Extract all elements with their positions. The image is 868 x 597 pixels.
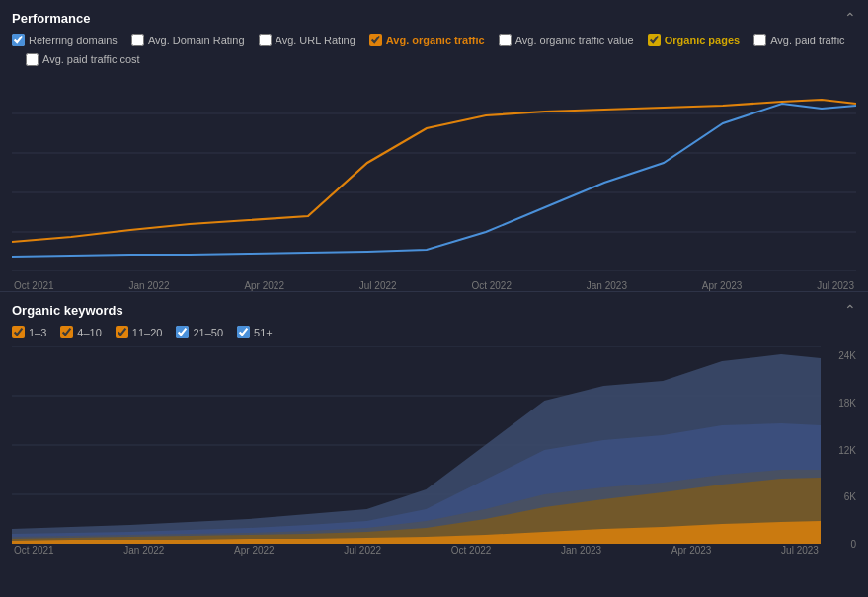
kw-51-plus-label: 51+: [254, 327, 273, 338]
performance-collapse-icon[interactable]: ⌃: [844, 10, 856, 26]
ok-x-label-oct2022: Oct 2022: [451, 545, 492, 556]
legend-kw-51-plus[interactable]: 51+: [237, 326, 273, 338]
kw-21-50-checkbox[interactable]: [176, 326, 189, 338]
referring-domains-label: Referring domains: [29, 35, 118, 46]
kw-51-plus-checkbox[interactable]: [237, 326, 250, 338]
avg-domain-rating-label: Avg. Domain Rating: [148, 35, 245, 46]
referring-domains-checkbox[interactable]: [12, 34, 25, 46]
organic-keywords-header: Organic keywords ⌃: [12, 302, 856, 318]
legend-kw-4-10[interactable]: 4–10: [60, 326, 101, 338]
avg-paid-traffic-checkbox[interactable]: [753, 34, 766, 46]
kw-4-10-checkbox[interactable]: [60, 326, 73, 338]
ok-x-label-jan2022: Jan 2022: [123, 545, 164, 556]
legend-referring-domains[interactable]: Referring domains: [12, 34, 118, 46]
legend-avg-paid-traffic-cost[interactable]: Avg. paid traffic cost: [26, 53, 140, 66]
avg-organic-traffic-value-label: Avg. organic traffic value: [515, 35, 634, 46]
ok-x-label-jul2022: Jul 2022: [344, 545, 381, 556]
y-label-18k: 18K: [821, 398, 856, 409]
avg-paid-traffic-cost-checkbox[interactable]: [26, 53, 39, 66]
legend-kw-1-3[interactable]: 1–3: [12, 326, 46, 338]
avg-paid-traffic-cost-label: Avg. paid traffic cost: [42, 53, 140, 65]
organic-keywords-chart: 24K 18K 12K 6K 0: [12, 346, 856, 554]
ok-x-label-jan2023: Jan 2023: [561, 545, 601, 556]
kw-11-20-label: 11–20: [132, 327, 163, 338]
legend-avg-organic-traffic-value[interactable]: Avg. organic traffic value: [499, 34, 634, 46]
avg-organic-traffic-value-checkbox[interactable]: [499, 34, 512, 46]
kw-21-50-label: 21–50: [193, 327, 223, 338]
performance-chart: Oct 2021 Jan 2022 Apr 2022 Jul 2022 Oct …: [12, 74, 856, 291]
avg-domain-rating-checkbox[interactable]: [131, 34, 144, 46]
legend-avg-organic-traffic[interactable]: Avg. organic traffic: [369, 34, 485, 46]
performance-section: Performance ⌃ Referring domains Avg. Dom…: [0, 0, 868, 292]
organic-keywords-legend: 1–3 4–10 11–20 21–50 51+: [12, 326, 856, 338]
x-label-apr2023: Apr 2023: [702, 280, 743, 291]
legend-avg-url-rating[interactable]: Avg. URL Rating: [259, 34, 355, 46]
x-label-oct2021: Oct 2021: [14, 280, 54, 291]
ok-x-label-apr2022: Apr 2022: [234, 545, 275, 556]
performance-title: Performance: [12, 11, 90, 26]
kw-1-3-label: 1–3: [29, 327, 46, 338]
performance-header: Performance ⌃: [12, 10, 856, 26]
legend-organic-pages[interactable]: Organic pages: [648, 34, 740, 46]
ok-x-label-oct2021: Oct 2021: [14, 545, 54, 556]
legend-kw-21-50[interactable]: 21–50: [176, 326, 223, 338]
organic-pages-label: Organic pages: [665, 35, 740, 46]
organic-keywords-collapse-icon[interactable]: ⌃: [844, 302, 856, 318]
avg-organic-traffic-checkbox[interactable]: [369, 34, 382, 46]
avg-paid-traffic-label: Avg. paid traffic: [770, 35, 844, 46]
y-label-6k: 6K: [821, 491, 856, 502]
ok-x-label-apr2023: Apr 2023: [671, 545, 712, 556]
x-label-jul2022: Jul 2022: [359, 280, 397, 291]
ok-x-label-jul2023: Jul 2023: [781, 545, 819, 556]
organic-keywords-title: Organic keywords: [12, 303, 123, 318]
kw-4-10-label: 4–10: [77, 327, 101, 338]
avg-organic-traffic-label: Avg. organic traffic: [386, 35, 485, 46]
y-label-0: 0: [821, 539, 856, 550]
legend-avg-domain-rating[interactable]: Avg. Domain Rating: [131, 34, 245, 46]
organic-y-axis: 24K 18K 12K 6K 0: [821, 346, 856, 554]
organic-keywords-section: Organic keywords ⌃ 1–3 4–10 11–20 21–50 …: [0, 292, 868, 554]
x-label-jan2022: Jan 2022: [128, 280, 169, 291]
organic-x-axis: Oct 2021 Jan 2022 Apr 2022 Jul 2022 Oct …: [12, 545, 821, 556]
performance-legend: Referring domains Avg. Domain Rating Avg…: [12, 34, 856, 66]
legend-avg-paid-traffic[interactable]: Avg. paid traffic: [753, 34, 844, 46]
legend-kw-11-20[interactable]: 11–20: [116, 326, 163, 338]
x-label-oct2022: Oct 2022: [471, 280, 512, 291]
x-label-jan2023: Jan 2023: [587, 280, 627, 291]
x-label-apr2022: Apr 2022: [244, 280, 284, 291]
avg-url-rating-checkbox[interactable]: [259, 34, 272, 46]
performance-x-axis: Oct 2021 Jan 2022 Apr 2022 Jul 2022 Oct …: [12, 280, 856, 291]
kw-1-3-checkbox[interactable]: [12, 326, 25, 338]
y-label-24k: 24K: [821, 350, 856, 361]
x-label-jul2023: Jul 2023: [817, 280, 854, 291]
kw-11-20-checkbox[interactable]: [116, 326, 128, 338]
avg-url-rating-label: Avg. URL Rating: [276, 35, 355, 46]
y-label-12k: 12K: [821, 445, 856, 456]
organic-pages-checkbox[interactable]: [648, 34, 661, 46]
